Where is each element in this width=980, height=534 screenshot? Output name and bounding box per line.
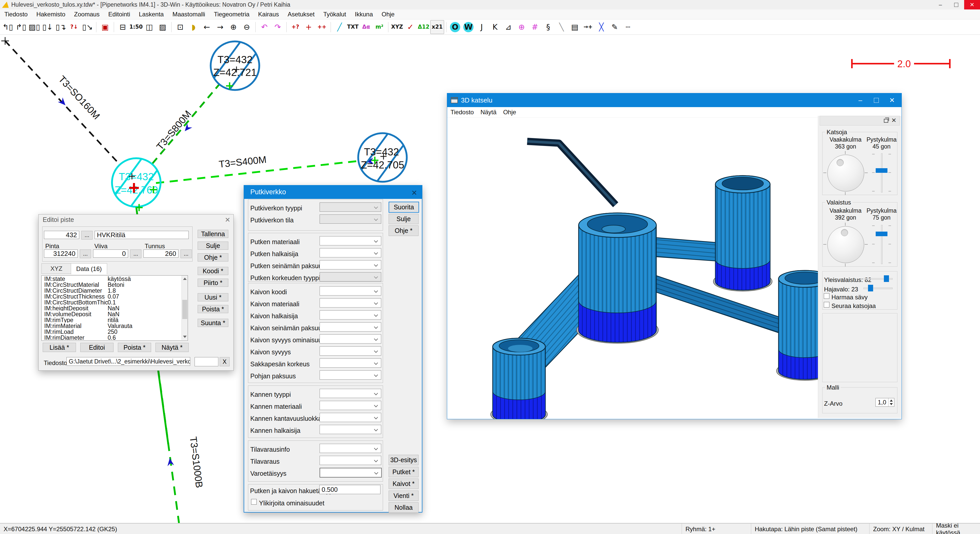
code-xyz[interactable]: XYZ <box>390 21 404 34</box>
circle-o[interactable]: O <box>450 22 460 32</box>
tab-xyz[interactable]: XYZ <box>41 263 72 274</box>
read-file-add[interactable]: ↱▯ <box>14 21 28 34</box>
menu-item[interactable]: Työkalut <box>319 10 350 19</box>
list-scrollbar[interactable] <box>181 276 188 340</box>
list-action-button[interactable]: Näytä * <box>156 343 189 352</box>
extra-field[interactable] <box>194 357 218 366</box>
separator[interactable] <box>329 21 333 34</box>
code-browse-button[interactable]: ... <box>81 231 92 240</box>
attribute-row[interactable]: IM:CircStructBottomThick... 0.1 <box>42 299 188 305</box>
menu-item[interactable]: Laskenta <box>135 10 168 19</box>
dropdown[interactable] <box>320 456 381 465</box>
points-add[interactable]: ++ <box>315 21 329 34</box>
attribute-list[interactable]: IM:state käytössä IM:CircStructMaterial … <box>41 275 188 341</box>
zoom-out[interactable]: ⊖ <box>240 21 253 34</box>
attribute-row[interactable]: IM:CircStructThickness 0.07 <box>42 293 188 299</box>
pinta-browse-button[interactable]: ... <box>80 250 91 258</box>
maximize-button[interactable] <box>868 93 884 107</box>
menu-item[interactable]: Tiegeometria <box>209 10 254 19</box>
menu-item[interactable]: Ohje <box>500 107 520 117</box>
dialog-button[interactable]: Vienti * <box>389 491 418 501</box>
dropdown[interactable] <box>320 286 381 296</box>
side-action-button[interactable]: Ohje * <box>198 253 228 262</box>
separator[interactable] <box>94 21 99 34</box>
dropdown[interactable] <box>320 298 381 308</box>
dropdown[interactable] <box>320 413 381 422</box>
menu-item[interactable]: Zoomaus <box>70 10 104 19</box>
pipe-profile[interactable]: ╲ <box>555 21 568 34</box>
manhole-node-top[interactable]: T3=432 Z=42.721 <box>211 41 259 90</box>
dropdown[interactable] <box>320 444 381 453</box>
circle-w[interactable]: W <box>463 22 474 32</box>
cell-x21[interactable]: x21 <box>430 20 444 34</box>
separator[interactable] <box>169 21 173 34</box>
menu-item[interactable]: Näytä <box>477 107 500 117</box>
separator[interactable] <box>112 21 116 34</box>
separator[interactable] <box>386 21 390 34</box>
lines-cross[interactable]: ╳ <box>595 21 608 34</box>
attribute-row[interactable]: IM:CircStructDiameter 1.8 <box>42 287 188 293</box>
ambient-light-slider[interactable] <box>864 275 892 282</box>
dropdown[interactable] <box>320 425 381 434</box>
attribute-row[interactable]: IM:rimMaterial Valurauta <box>42 323 188 329</box>
menu-item[interactable]: Asetukset <box>283 10 319 19</box>
close-button[interactable]: ✕ <box>884 93 900 107</box>
minimize-button[interactable]: – <box>853 93 868 107</box>
attribute-row[interactable]: IM:volumeDeposit NaN <box>42 311 188 317</box>
dropdown[interactable] <box>320 334 381 343</box>
dialog-button[interactable]: 3D-esitys <box>389 455 418 465</box>
clear-path-button[interactable]: X <box>220 357 230 366</box>
doc-notes[interactable]: ▤ <box>568 21 581 34</box>
attribute-row[interactable]: IM:rimType ritilä <box>42 317 188 323</box>
search-distance-field[interactable]: 0.500 <box>319 485 380 494</box>
menu-item[interactable]: Ohje <box>377 10 399 19</box>
point-info[interactable]: +? <box>289 21 302 34</box>
diffuse-light-slider[interactable] <box>864 285 892 291</box>
pipe-network[interactable]: § <box>541 21 555 34</box>
pen[interactable]: ✎ <box>608 21 621 34</box>
tunnus-field[interactable]: 260 <box>143 250 178 257</box>
menu-item[interactable]: Tiedosto <box>0 10 32 19</box>
dialog-button[interactable]: Nollaa <box>389 502 418 513</box>
side-action-button[interactable]: Sulje <box>198 242 228 250</box>
print[interactable]: ⊟ <box>116 21 129 34</box>
tab-data[interactable]: Data (16) <box>71 263 107 274</box>
pipe-dialog-titlebar[interactable]: Putkiverkko <box>243 185 422 199</box>
dropdown[interactable] <box>320 468 382 477</box>
zoom-in[interactable]: ⊕ <box>227 21 240 34</box>
dropdown[interactable] <box>320 248 381 257</box>
viewer3d-titlebar[interactable]: 3D katselu – ✕ <box>447 93 902 107</box>
side-action-button[interactable]: Poista * <box>198 305 228 313</box>
dropdown[interactable] <box>320 215 381 224</box>
dropdown[interactable] <box>320 389 381 398</box>
menu-item[interactable]: Editointi <box>104 10 135 19</box>
pan-right[interactable]: → <box>213 21 227 34</box>
dialog-button[interactable]: Suorita <box>389 202 419 213</box>
katsoja-angle-knob[interactable] <box>827 155 864 191</box>
scroll-thumb[interactable] <box>182 300 187 319</box>
menu-item[interactable]: Maastomalli <box>168 10 209 19</box>
scale-1-50[interactable]: 1:50 <box>129 21 143 34</box>
circle-plus[interactable]: ⊕ <box>515 21 528 34</box>
overwrite-checkbox[interactable] <box>251 499 257 505</box>
copy-document[interactable]: ▣ <box>99 21 112 34</box>
angle-calc[interactable]: Δα <box>360 21 373 34</box>
manhole-node-right[interactable]: T3=432 Z=42.705 <box>358 133 407 182</box>
list-action-button[interactable]: Editoi <box>80 343 113 352</box>
dropdown[interactable] <box>320 236 381 245</box>
undo[interactable]: ↶ <box>258 21 271 34</box>
redo[interactable]: ↷ <box>271 21 284 34</box>
menu-item[interactable]: Hakemisto <box>32 10 70 19</box>
scene-3d[interactable] <box>447 117 818 419</box>
profile-window[interactable]: ⊿ <box>502 21 515 34</box>
polyline-point[interactable]: ╱ <box>333 21 346 34</box>
pan-left[interactable]: ← <box>200 21 213 34</box>
grid[interactable]: # <box>528 21 541 34</box>
attribute-row[interactable]: IM:heightDeposit NaN <box>42 305 188 311</box>
minimize-button[interactable]: – <box>932 0 948 10</box>
close-icon[interactable]: ✕ <box>411 189 417 197</box>
dialog-button[interactable]: Sulje <box>389 214 418 224</box>
menu-item[interactable]: Ikkuna <box>350 10 377 19</box>
hatch-settings[interactable]: ▨ <box>156 21 169 34</box>
viiva-field[interactable]: 0 <box>93 250 128 257</box>
